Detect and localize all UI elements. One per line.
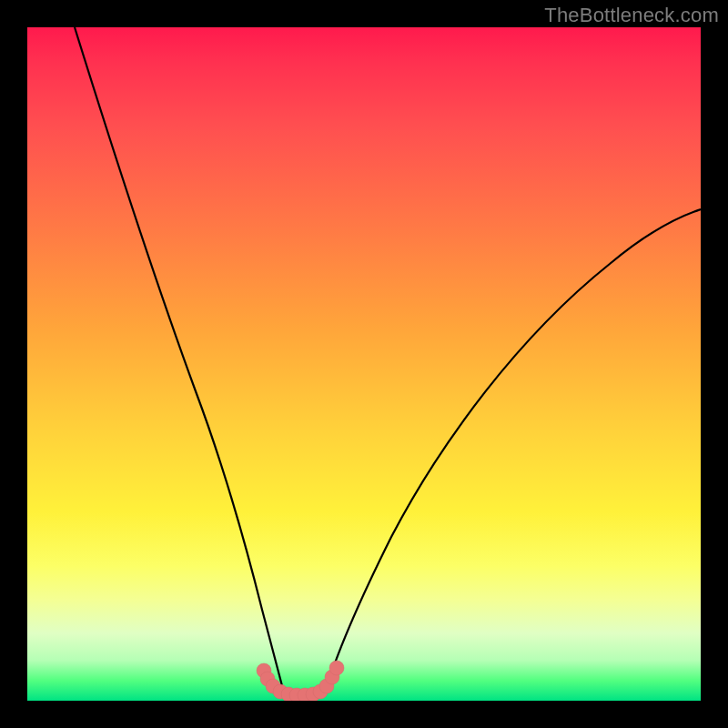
outer-frame: TheBottleneck.com xyxy=(0,0,728,728)
right-curve-path xyxy=(324,209,701,696)
left-curve-path xyxy=(75,27,285,696)
watermark-text: TheBottleneck.com xyxy=(544,4,719,27)
plot-area xyxy=(27,27,701,701)
bar-segment-group xyxy=(257,661,344,701)
svg-point-11 xyxy=(329,661,344,675)
chart-svg xyxy=(27,27,701,701)
